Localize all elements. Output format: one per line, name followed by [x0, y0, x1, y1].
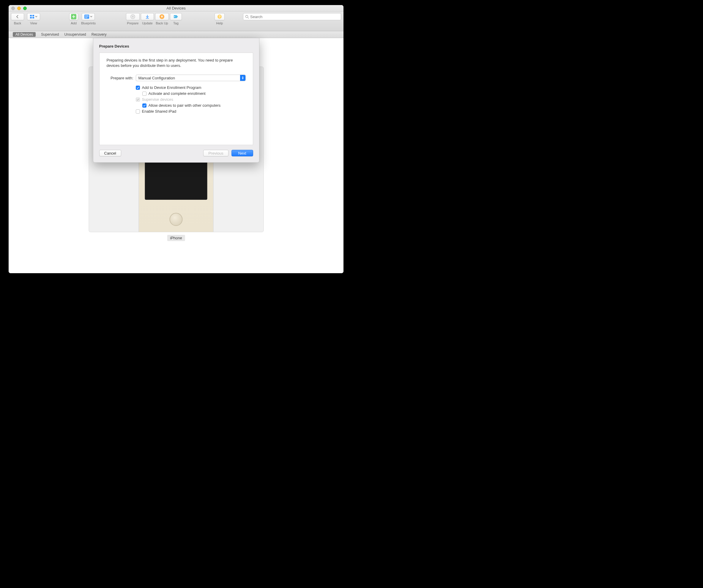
chevron-down-icon — [35, 16, 37, 17]
back-button[interactable] — [11, 13, 24, 20]
update-label: Update — [142, 21, 152, 25]
close-icon[interactable] — [11, 7, 15, 10]
checkbox-supervise: Supervise devices — [136, 97, 246, 102]
prepare-label: Prepare — [127, 21, 139, 25]
checkbox-icon — [136, 86, 140, 90]
checkbox-pair[interactable]: Allow devices to pair with other compute… — [142, 103, 246, 107]
cancel-button[interactable]: Cancel — [99, 150, 121, 156]
sheet-intro: Preparing devices is the first step in a… — [107, 58, 246, 68]
prepare-with-label: Prepare with: — [107, 76, 134, 80]
chevron-left-icon — [16, 15, 19, 18]
blueprints-label: Blueprints — [81, 21, 96, 25]
blueprints-button[interactable] — [82, 13, 95, 20]
search-input[interactable] — [250, 15, 339, 19]
svg-rect-2 — [30, 17, 32, 18]
checkbox-icon — [136, 109, 140, 114]
tag-icon — [173, 15, 178, 19]
backup-button[interactable] — [155, 13, 169, 20]
grid-icon — [30, 15, 34, 18]
add-button[interactable] — [69, 13, 78, 20]
previous-button: Previous — [203, 150, 229, 156]
svg-rect-0 — [30, 15, 32, 16]
chevron-down-icon — [90, 16, 92, 17]
help-button[interactable]: ? — [215, 13, 225, 20]
prepare-button[interactable] — [126, 13, 140, 20]
maximize-icon[interactable] — [23, 7, 27, 10]
device-label[interactable]: iPhone — [167, 235, 185, 241]
titlebar: All Devices — [9, 5, 343, 12]
svg-point-15 — [246, 15, 248, 17]
search-icon — [245, 15, 249, 19]
filter-supervised[interactable]: Supervised — [41, 32, 59, 36]
checkbox-activate[interactable]: Activate and complete enrollment — [142, 91, 246, 96]
sheet-title: Prepare Devices — [99, 44, 253, 49]
checkbox-label: Supervise devices — [142, 97, 173, 102]
filter-all-devices[interactable]: All Devices — [13, 32, 36, 37]
sheet-panel: Preparing devices is the first step in a… — [99, 53, 253, 145]
svg-point-12 — [174, 16, 175, 17]
home-button-icon — [170, 213, 183, 226]
svg-rect-7 — [85, 16, 88, 17]
filter-recovery[interactable]: Recovery — [91, 32, 107, 36]
window-title: All Devices — [9, 5, 343, 11]
filter-unsupervised[interactable]: Unsupervised — [64, 32, 86, 36]
back-label: Back — [14, 21, 21, 25]
svg-rect-1 — [32, 15, 34, 16]
popup-arrows-icon — [240, 75, 245, 81]
view-button[interactable] — [27, 13, 40, 20]
search-field[interactable] — [243, 13, 341, 20]
svg-rect-8 — [85, 17, 87, 18]
content-area: iPhone Prepare Devices Preparing devices… — [9, 38, 343, 273]
svg-rect-6 — [85, 15, 88, 16]
checkbox-label: Enable Shared iPad — [142, 109, 176, 114]
prepare-with-value: Manual Configuration — [139, 76, 175, 80]
minimize-icon[interactable] — [17, 7, 21, 10]
backup-label: Back Up — [156, 21, 168, 25]
checkbox-icon — [142, 91, 147, 96]
checkbox-add-dep[interactable]: Add to Device Enrollment Program — [136, 85, 246, 90]
window: All Devices Back View Add — [9, 5, 343, 273]
upload-icon — [159, 14, 165, 19]
checkbox-label: Activate and complete enrollment — [149, 91, 206, 96]
tag-button[interactable] — [170, 13, 182, 20]
help-icon: ? — [217, 14, 222, 19]
checkbox-label: Allow devices to pair with other compute… — [149, 103, 221, 107]
blueprints-icon — [84, 15, 89, 19]
prepare-icon — [130, 14, 136, 19]
update-button[interactable] — [141, 13, 154, 20]
checkbox-icon — [136, 97, 140, 102]
checkbox-icon — [142, 103, 147, 107]
checkbox-label: Add to Device Enrollment Program — [142, 85, 202, 90]
help-label: Help — [216, 21, 223, 25]
add-label: Add — [71, 21, 77, 25]
download-icon — [145, 14, 150, 19]
plus-icon — [71, 14, 76, 19]
svg-rect-3 — [32, 17, 34, 18]
tag-label: Tag — [173, 21, 178, 25]
svg-text:?: ? — [219, 15, 221, 18]
filter-bar: All Devices Supervised Unsupervised Reco… — [9, 31, 343, 38]
checkbox-shared-ipad[interactable]: Enable Shared iPad — [136, 109, 246, 114]
traffic-lights — [11, 7, 27, 10]
prepare-with-popup[interactable]: Manual Configuration — [136, 75, 246, 81]
toolbar: Back View Add Blueprints — [9, 12, 343, 31]
svg-point-9 — [131, 14, 135, 19]
prepare-devices-sheet: Prepare Devices Preparing devices is the… — [93, 38, 259, 163]
view-label: View — [30, 21, 37, 25]
next-button[interactable]: Next — [231, 150, 253, 156]
